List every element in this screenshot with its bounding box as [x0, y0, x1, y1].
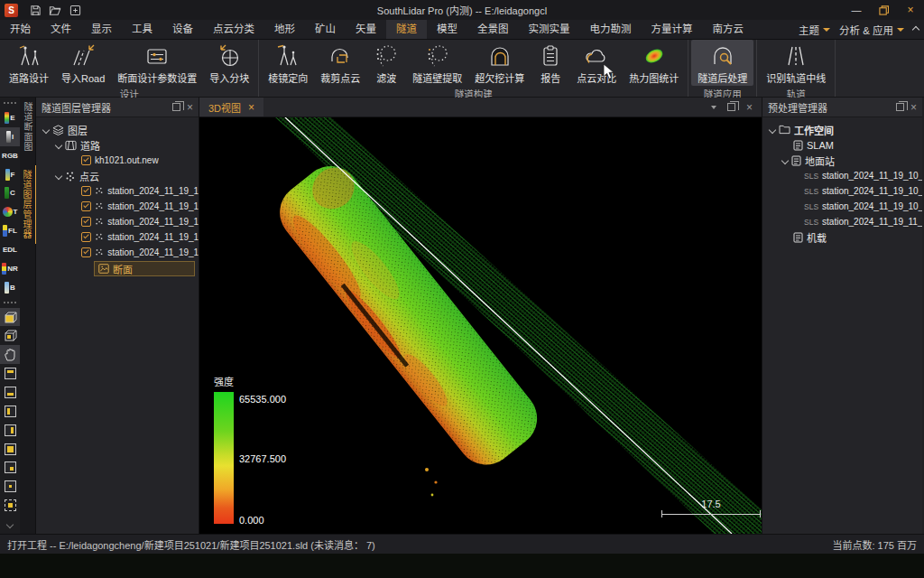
tree-item-station[interactable]: station_2024_11_19_1...	[36, 245, 199, 260]
viewport-3d[interactable]: 强度 65535.000 32767.500 0.000 17.5	[199, 117, 762, 534]
open-folder-icon[interactable]	[45, 0, 65, 20]
overbreak-calc-button[interactable]: 超欠挖计算	[468, 40, 531, 86]
checkbox-checked[interactable]	[81, 155, 91, 165]
checkbox-checked[interactable]	[81, 217, 91, 227]
tree-item-sls-scan[interactable]: SLS station_2024_11_19_10_48_...	[762, 183, 922, 199]
minimize-button[interactable]: —	[843, 0, 870, 20]
tree-item-station[interactable]: station_2024_11_19_1...	[36, 214, 199, 229]
tree-node-ground-station[interactable]: 地面站	[762, 153, 922, 168]
classification-mode-button[interactable]: C	[0, 183, 20, 202]
crop-cloud-button[interactable]: 裁剪点云	[314, 40, 366, 86]
view-list-dropdown-icon[interactable]	[711, 106, 716, 109]
view-iso-button[interactable]	[0, 477, 20, 496]
checkbox-checked[interactable]	[81, 186, 91, 196]
save-icon[interactable]	[25, 0, 45, 20]
tab-south-cloud[interactable]: 南方云	[703, 20, 754, 39]
tab-device[interactable]: 设备	[162, 20, 203, 39]
tree-item-station[interactable]: station_2024_11_19_1...	[36, 199, 199, 214]
tab-measure[interactable]: 实测实量	[519, 20, 580, 39]
tree-node-pointcloud[interactable]: 点云	[36, 168, 199, 183]
import-blocks-button[interactable]: 导入分块	[203, 40, 255, 86]
tab-tunnel-section-view[interactable]: 隧道断面图	[19, 98, 36, 156]
collapse-ribbon-icon[interactable]	[912, 26, 919, 33]
prism-orient-button[interactable]: 棱镜定向	[262, 40, 314, 86]
heatmap-stats-button[interactable]: 热力图统计	[623, 40, 685, 86]
restore-button[interactable]	[870, 0, 897, 20]
tab-vector[interactable]: 矢量	[346, 20, 386, 39]
tab-tunnel[interactable]: 隧道	[386, 20, 427, 39]
tab-cloud-classify[interactable]: 点云分类	[203, 20, 264, 39]
expand-chevron-icon[interactable]	[42, 126, 50, 133]
checkbox-checked[interactable]	[81, 232, 91, 242]
rgb-mode-button[interactable]: RGB	[0, 146, 20, 165]
report-button[interactable]: 报告	[531, 40, 570, 86]
close-panel-icon[interactable]: ×	[910, 102, 917, 113]
close-button[interactable]: ×	[897, 0, 924, 20]
tab-tools[interactable]: 工具	[122, 20, 162, 39]
blend-mode-button[interactable]: B	[0, 278, 20, 297]
edl-mode-button[interactable]: EDL	[0, 240, 20, 259]
expand-chevron-icon[interactable]	[769, 126, 776, 133]
view-back-button[interactable]	[0, 458, 20, 477]
theme-menu[interactable]: 主题	[799, 23, 830, 37]
tree-item-road-file[interactable]: kh1021.out.new	[36, 153, 199, 168]
expand-chevron-icon[interactable]	[55, 141, 62, 148]
time-mode-button[interactable]: T	[0, 202, 20, 221]
view-left-button[interactable]	[0, 402, 20, 421]
close-view-icon[interactable]: ×	[248, 101, 254, 114]
checkbox-checked[interactable]	[81, 247, 91, 257]
pan-tool-button[interactable]	[0, 345, 20, 364]
tree-item-airborne[interactable]: 机载	[762, 229, 922, 245]
checkbox-checked[interactable]	[81, 201, 91, 211]
tab-panorama[interactable]: 全景图	[467, 20, 519, 39]
import-road-button[interactable]: 导入Road	[55, 40, 111, 86]
close-viewgroup-icon[interactable]: ×	[746, 102, 753, 113]
intensity-mode-button[interactable]: I	[0, 127, 20, 146]
fl-mode-button[interactable]: FL	[0, 221, 20, 240]
view-bottom-button[interactable]	[0, 383, 20, 402]
tree-item-section-selected[interactable]: 断面	[94, 261, 195, 276]
box-tool-button[interactable]	[0, 326, 20, 345]
tab-start[interactable]: 开始	[0, 20, 41, 39]
tab-display[interactable]: 显示	[81, 20, 122, 39]
float-panel-icon[interactable]	[896, 103, 904, 111]
tab-volume-calc[interactable]: 方量计算	[642, 20, 703, 39]
filter-button[interactable]: 滤波	[366, 40, 406, 86]
tab-tunnel-layer-manager[interactable]: 隧道图层管理器	[18, 165, 37, 244]
tab-power-survey[interactable]: 电力勘测	[580, 20, 642, 39]
analysis-apps-menu[interactable]: 分析 & 应用	[839, 23, 904, 37]
new-project-icon[interactable]	[65, 0, 85, 20]
section-params-button[interactable]: 断面设计参数设置	[111, 40, 203, 86]
tree-item-sls-scan[interactable]: SLS station_2024_11_19_10_52_...	[762, 199, 922, 214]
tree-item-sls-scan[interactable]: SLS station_2024_11_19_11_01_...	[762, 214, 922, 229]
tree-node-layers[interactable]: 图层	[36, 122, 199, 137]
tree-item-station[interactable]: station_2024_11_19_1...	[36, 229, 199, 245]
expand-chevron-icon[interactable]	[55, 172, 62, 179]
tree-item-sls-scan[interactable]: SLS station_2024_11_19_10_43_...	[762, 168, 922, 183]
flight-mode-button[interactable]: F	[0, 165, 20, 184]
view-top-button[interactable]	[0, 364, 20, 383]
road-design-button[interactable]: 道路设计	[3, 40, 55, 86]
tab-terrain[interactable]: 地形	[264, 20, 305, 39]
nr-mode-button[interactable]: NR	[0, 259, 20, 278]
tree-node-workspace[interactable]: 工作空间	[762, 122, 922, 137]
view-front-button[interactable]	[0, 440, 20, 459]
tab-mining[interactable]: 矿山	[305, 20, 346, 39]
tunnel-wall-extract-button[interactable]: 隧道壁提取	[406, 40, 468, 86]
tree-item-station[interactable]: station_2024_11_19_1...	[36, 183, 199, 199]
tunnel-postprocess-button[interactable]: 隧道后处理	[691, 40, 753, 86]
tree-node-roads[interactable]: 道路	[36, 137, 199, 153]
tree-item-slam[interactable]: SLAM	[762, 137, 922, 153]
close-panel-icon[interactable]: ×	[187, 102, 193, 113]
view-right-button[interactable]	[0, 421, 20, 440]
toolbar-overflow-chevron[interactable]	[0, 515, 20, 534]
elevation-mode-button[interactable]: E	[0, 108, 20, 127]
tab-file[interactable]: 文件	[41, 20, 81, 39]
float-view-icon[interactable]	[727, 103, 735, 111]
tab-3d-view[interactable]: 3D视图 ×	[199, 98, 263, 117]
select-area-button[interactable]	[0, 496, 20, 515]
tab-model[interactable]: 模型	[427, 20, 467, 39]
float-panel-icon[interactable]	[172, 103, 180, 111]
rail-centerline-button[interactable]: 识别轨道中线	[760, 40, 832, 86]
clip-box-tool-button[interactable]	[0, 308, 20, 327]
